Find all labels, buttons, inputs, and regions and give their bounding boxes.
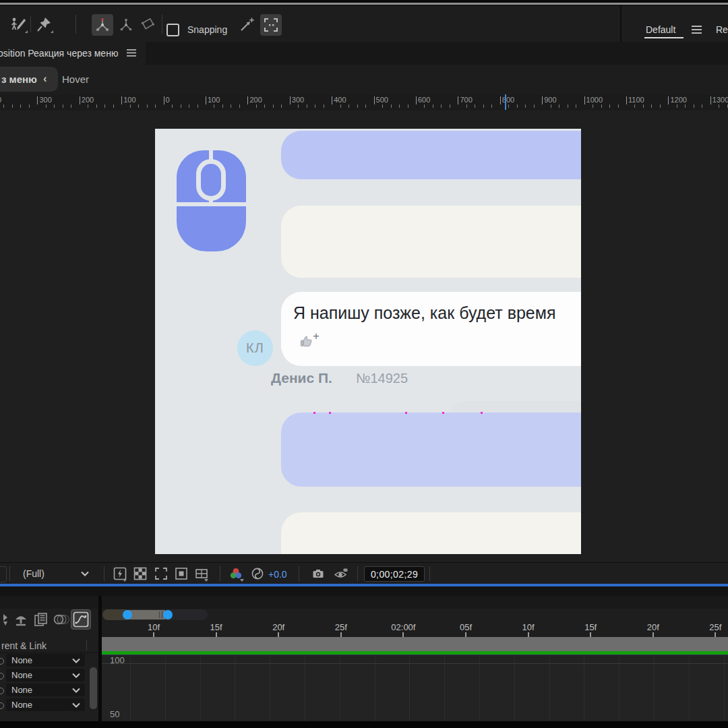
breadcrumb-parent-button[interactable]: з меню ‹ [0,67,58,92]
parent-dropdown[interactable]: None [6,684,85,696]
mask-guides-icon[interactable] [175,567,188,580]
mouse-bottom-shape [177,206,246,251]
region-capture-icon[interactable] [260,14,282,36]
ruler-minor-tick [147,104,148,108]
workspace-menu-icon[interactable] [692,26,702,34]
graph-gridline-vertical [375,655,375,721]
pick-whip-icon[interactable] [0,658,4,665]
ruler-tick-label: 0 [166,96,170,104]
graph-gridline-vertical [654,655,655,721]
tools-toolbar: Snapping Default Re [0,5,728,42]
ruler-minor-tick [391,104,392,108]
shy-layers-icon[interactable] [11,609,31,630]
graph-gridline-vertical [270,655,270,721]
ruler-minor-tick [273,104,274,108]
zoom-arrow-icon[interactable] [237,14,256,36]
bone-envelope-tool-button[interactable] [137,14,158,36]
chat-bubble-blue-large [281,413,581,487]
parent-dropdown-value: None [11,700,32,710]
joint-tool-button-active[interactable] [92,14,113,36]
ruler-minor-tick [576,104,576,108]
joint-secondary-tool-button[interactable] [115,14,137,36]
ruler-minor-tick [264,104,265,108]
frame-ruler-tick [653,632,654,637]
channels-rgb-icon[interactable] [229,567,243,580]
frame-ruler-label: 25f [335,622,347,632]
navigator-handle-right[interactable] [163,610,173,619]
ruler-minor-tick [239,104,240,108]
timeline-vertical-scrollbar[interactable] [90,667,97,709]
ruler-minor-tick [483,104,484,108]
ruler-major-tick [164,96,164,104]
snapping-checkbox[interactable] [166,24,179,36]
ruler-minor-tick [408,104,408,108]
ruler-minor-tick [525,104,526,108]
work-area-bar[interactable] [102,637,728,651]
timecode-field[interactable]: 0;00;02;29 [364,566,425,582]
ruler-major-tick [332,96,332,104]
roto-brush-tool-button[interactable] [8,14,30,36]
composition-viewer-panel: Я напишу позже, как будет время + КЛ Ден… [0,111,728,562]
ruler-playhead-marker[interactable] [505,94,506,110]
toolbar-divider [30,16,31,32]
workspace-tab-default[interactable]: Default [646,24,675,35]
frame-ruler-label: 10f [148,622,160,632]
toolbar-divider [75,15,76,34]
show-snapshot-eye-icon[interactable] [334,567,347,580]
snapshot-camera-icon[interactable] [311,567,325,580]
toolbar-divider [162,15,162,34]
motion-blur-icon[interactable] [51,609,71,630]
transparency-grid-icon[interactable] [133,567,147,580]
window-edge-highlight [0,3,728,5]
exposure-shutter-icon[interactable] [251,567,264,580]
graph-editor-icon[interactable] [71,609,91,630]
graph-editor-area[interactable]: 100 50 [102,655,728,721]
ruler-minor-tick [517,104,518,108]
ruler-minor-tick [399,104,400,108]
workspace-tab-partial[interactable]: Re [716,24,728,35]
grid-guides-icon[interactable] [195,567,208,580]
timeline-frame-ruler[interactable]: 10f15f20f25f02:00f05f10f15f20f25f [102,621,728,637]
ruler-major-tick [626,96,627,104]
graph-gridline-vertical [305,655,305,721]
panel-tab-bar: osition Реакция через меню [0,42,728,65]
pick-whip-icon[interactable] [0,673,4,679]
fast-preview-icon[interactable] [113,567,127,580]
navigator-zoom-bar[interactable] [127,610,166,619]
panel-menu-icon[interactable] [127,49,136,57]
timeline-navigator-track[interactable] [102,609,208,620]
ruler-tick-label: 300 [39,96,51,104]
ruler-minor-tick [63,104,63,108]
ruler-minor-tick [643,104,644,108]
footer-divider [429,566,430,581]
ruler-major-tick [458,96,458,104]
magnification-value: (Full) [23,568,44,579]
navigator-handle-left[interactable] [123,610,132,619]
thumbs-up-reaction-icon[interactable]: + [299,334,326,354]
footer-divider [299,566,299,581]
clipped-toggle-icon[interactable] [0,609,11,630]
ruler-minor-tick [88,104,88,108]
parent-dropdown[interactable]: None [6,669,85,681]
composition-breadcrumb: з меню ‹ Hover [0,65,728,94]
parent-dropdown[interactable]: None [6,698,85,711]
sender-name-label: Денис П. [271,370,332,386]
composition-canvas[interactable]: Я напишу позже, как будет время + КЛ Ден… [155,129,581,554]
pick-whip-icon[interactable] [0,702,4,709]
parent-dropdown-value: None [11,670,32,680]
region-of-interest-icon[interactable] [154,567,168,580]
graph-gridline-vertical [165,655,166,721]
pick-whip-icon[interactable] [0,688,4,694]
exposure-value[interactable]: +0.0 [268,569,287,580]
ruler-minor-tick [214,104,214,108]
composition-panel-tab[interactable]: osition Реакция через меню [0,42,146,65]
parent-dropdown[interactable]: None [6,654,85,667]
magnification-dropdown[interactable]: (Full) [15,566,94,582]
chat-bubble-cream [281,206,581,278]
ruler-tick-label: 500 [376,96,388,104]
frame-blending-icon[interactable] [31,609,51,630]
puppet-pin-tool-button[interactable] [34,14,55,36]
column-divider [86,640,87,650]
ruler-minor-tick [46,104,47,108]
panel-gap [0,586,728,596]
